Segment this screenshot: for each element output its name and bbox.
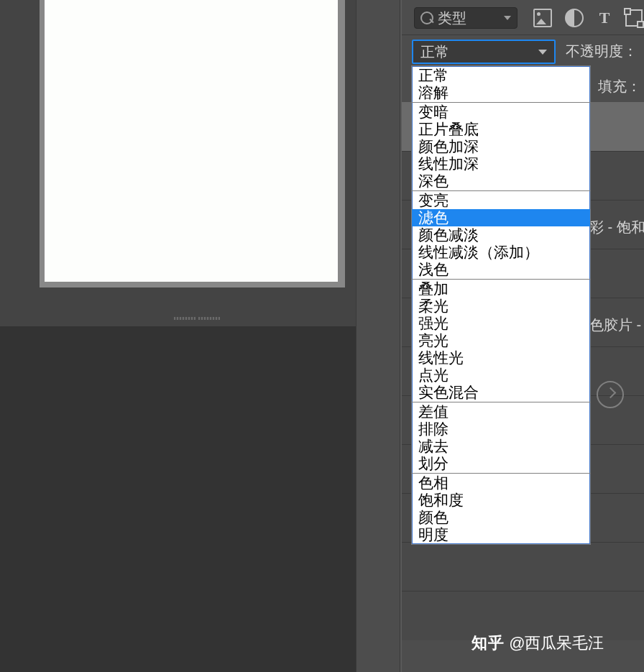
blend-mode-option[interactable]: 溶解	[412, 84, 590, 101]
canvas-document[interactable]	[45, 0, 338, 282]
blend-mode-option[interactable]: 色相	[412, 474, 590, 492]
blend-mode-option[interactable]: 颜色加深	[412, 138, 590, 155]
text-filter-icon[interactable]: T	[597, 10, 612, 26]
scrollbar-horizontal[interactable]	[174, 316, 220, 321]
blend-mode-option[interactable]: 实色混合	[412, 384, 590, 401]
chevron-down-icon	[504, 14, 511, 22]
blend-mode-option[interactable]: 正片叠底	[412, 121, 590, 138]
layer-filter-icons: T	[533, 9, 643, 27]
blend-mode-option[interactable]: 颜色	[412, 509, 590, 526]
blend-mode-option[interactable]: 滤色	[412, 209, 590, 226]
image-filter-icon[interactable]	[533, 9, 552, 27]
search-icon	[420, 11, 433, 24]
opacity-label[interactable]: 不透明度：	[566, 42, 638, 61]
blend-mode-option[interactable]: 排除	[412, 420, 590, 438]
layer-filter-kind-dropdown[interactable]: 类型	[414, 7, 518, 29]
blend-mode-dropdown[interactable]: 正常溶解变暗正片叠底颜色加深线性加深深色变亮滤色颜色减淡线性减淡（添加）浅色叠加…	[411, 65, 591, 545]
layer-filter-kind-label: 类型	[438, 9, 500, 28]
blend-mode-option[interactable]: 变亮	[412, 192, 590, 209]
blend-mode-option[interactable]: 颜色减淡	[412, 226, 590, 244]
blend-mode-option[interactable]: 点光	[412, 367, 590, 384]
blend-mode-option[interactable]: 线性减淡（添加）	[412, 244, 590, 261]
blend-mode-option[interactable]: 变暗	[412, 103, 590, 121]
blend-mode-current: 正常	[420, 42, 449, 62]
canvas-empty-area	[0, 326, 356, 672]
blend-mode-select[interactable]: 正常	[412, 40, 556, 64]
blend-mode-option[interactable]: 亮光	[412, 332, 590, 349]
app-root: 类型 T 彩 - 饱和 色胶片 - 正常 不透明度： 填充： 正常溶解变暗正片叠…	[0, 0, 644, 672]
blend-mode-option[interactable]: 强光	[412, 315, 590, 332]
layer-row-bg	[402, 542, 644, 592]
blend-mode-option[interactable]: 减去	[412, 438, 590, 455]
blend-mode-option[interactable]: 饱和度	[412, 492, 590, 509]
blend-mode-option[interactable]: 线性光	[412, 349, 590, 367]
watermark-site: 知乎	[472, 634, 505, 652]
fill-label[interactable]: 填充：	[598, 77, 641, 96]
adjustment-filter-icon[interactable]	[565, 9, 584, 27]
blend-mode-option[interactable]: 线性加深	[412, 155, 590, 172]
watermark-author: @西瓜呆毛汪	[509, 634, 604, 652]
blend-mode-option-group: 正常溶解	[412, 66, 590, 103]
blend-mode-option[interactable]: 叠加	[412, 280, 590, 298]
blend-mode-option-group: 色相饱和度颜色明度	[412, 474, 590, 544]
blend-mode-option[interactable]: 差值	[412, 403, 590, 420]
blend-mode-option-group: 叠加柔光强光亮光线性光点光实色混合	[412, 280, 590, 402]
chevron-down-icon	[538, 50, 547, 55]
blend-mode-option-group: 变亮滤色颜色减淡线性减淡（添加）浅色	[412, 191, 590, 280]
blend-mode-option[interactable]: 柔光	[412, 298, 590, 315]
layer-name-fragment[interactable]: 色胶片 -	[589, 316, 644, 337]
blend-mode-option[interactable]: 划分	[412, 455, 590, 472]
watermark: 知乎 @西瓜呆毛汪	[472, 632, 604, 654]
blend-mode-option[interactable]: 明度	[412, 526, 590, 543]
expand-group-icon[interactable]	[597, 381, 624, 408]
canvas-area	[0, 0, 356, 672]
blend-mode-option[interactable]: 浅色	[412, 261, 590, 278]
blend-mode-option-group: 差值排除减去划分	[412, 402, 590, 474]
shape-filter-icon[interactable]	[625, 9, 643, 27]
layer-name-fragment[interactable]: 彩 - 饱和	[589, 218, 644, 239]
blend-mode-option-group: 变暗正片叠底颜色加深线性加深深色	[412, 103, 590, 191]
blend-mode-option[interactable]: 深色	[412, 172, 590, 190]
blend-mode-option[interactable]: 正常	[412, 67, 590, 84]
